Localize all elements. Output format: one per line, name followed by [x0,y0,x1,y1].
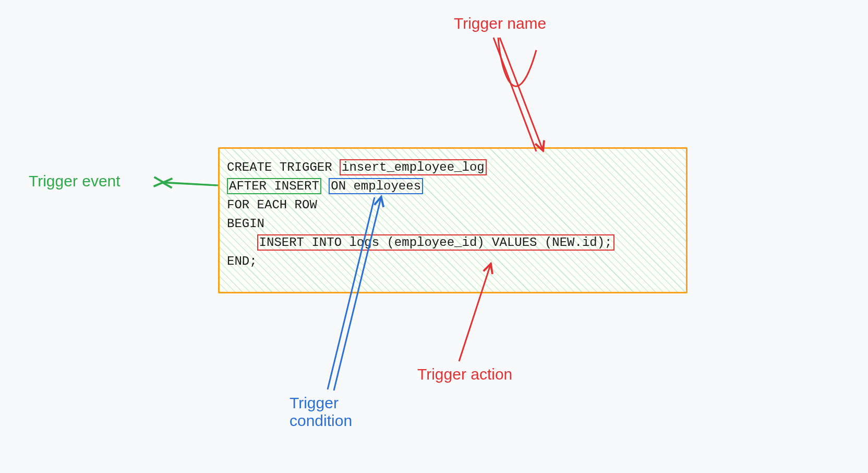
code-trigger-event: AFTER INSERT [227,178,321,194]
code-indent [227,235,257,250]
svg-line-0 [500,38,542,149]
label-trigger-event: Trigger event [29,172,120,190]
code-begin: BEGIN [227,217,264,231]
label-trigger-condition: Trigger condition [290,394,352,430]
label-trigger-name: Trigger name [454,15,546,32]
code-trigger-action: INSERT INTO logs (employee_id) VALUES (N… [257,234,614,251]
code-end: END; [227,254,257,268]
code-trigger-condition: ON employees [329,178,423,194]
arrow-trigger-name [498,38,536,86]
label-trigger-action: Trigger action [417,365,512,383]
sql-code: CREATE TRIGGER insert_employee_log AFTER… [227,158,679,271]
code-create-trigger: CREATE TRIGGER [227,160,340,174]
diagram-stage: CREATE TRIGGER insert_employee_log AFTER… [0,0,868,473]
svg-line-1 [493,38,536,151]
sql-code-box: CREATE TRIGGER insert_employee_log AFTER… [218,147,688,293]
code-for-each-row: FOR EACH ROW [227,198,317,212]
code-gap [321,179,329,193]
svg-line-2 [164,183,216,185]
arrow-trigger-event [162,182,218,185]
code-trigger-name: insert_employee_log [340,159,487,175]
